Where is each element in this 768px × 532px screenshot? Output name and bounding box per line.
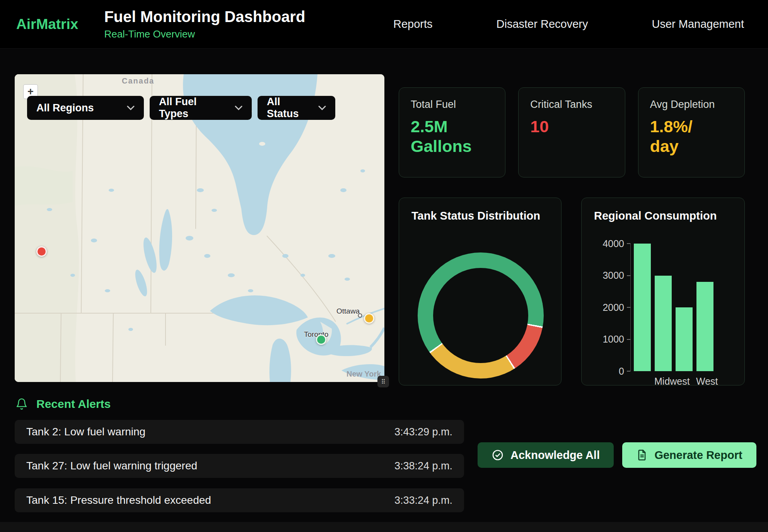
stat-label: Critical Tanks [530,99,613,111]
map-filter-bar: All Regions All Fuel Types All Status [27,96,335,120]
stat-value: 1.8%/ day [650,117,733,156]
tank-status-donut-chart [418,252,544,379]
stats-row: Total Fuel 2.5M Gallons Critical Tanks 1… [399,87,745,177]
stat-card-critical-tanks: Critical Tanks 10 [518,87,625,177]
stat-card-total-fuel: Total Fuel 2.5M Gallons [399,87,505,177]
map-marker-normal[interactable] [316,334,326,345]
bar-x-label: Midwest [654,376,671,387]
chevron-down-icon [235,106,242,110]
recent-alerts-header: Recent Alerts [15,397,111,411]
alert-timestamp: 3:33:24 p.m. [394,494,452,506]
app-header: AirMatrix Fuel Monitoring Dashboard Real… [0,0,768,49]
bar-chart-plot: MidwestWest [630,244,719,387]
donut-chart-title: Tank Status Distribution [411,210,549,222]
status-filter-value: All Status [267,96,311,120]
bar-chart-bars [630,244,719,371]
alert-message: Tank 15: Pressure threshold exceeded [26,494,211,506]
bar-x-label [675,376,692,387]
map-drag-handle-icon[interactable]: ⠿ [377,376,389,387]
bar-col-1 [634,244,651,371]
acknowledge-all-button[interactable]: Acknowledge All [478,442,614,468]
alert-message: Tank 27: Low fuel warning triggered [26,460,197,472]
recent-alerts-title: Recent Alerts [36,397,111,411]
stat-value: 2.5M Gallons [411,117,493,156]
region-filter-select[interactable]: All Regions [27,96,144,120]
map-marker-critical[interactable] [36,246,47,257]
region-filter-value: All Regions [36,102,94,114]
page-subtitle: Real-Time Overview [104,28,305,40]
stat-card-avg-depletion: Avg Depletion 1.8%/ day [638,87,745,177]
map-canvas [15,74,384,382]
brand-logo: AirMatrix [16,16,78,32]
alert-message: Tank 2: Low fuel warning [26,426,145,438]
bar-col-3 [676,307,693,371]
alert-row[interactable]: Tank 15: Pressure threshold exceeded 3:3… [15,488,464,512]
map-marker-warning[interactable] [364,313,374,324]
bar-Midwest [655,276,672,372]
regional-consumption-card: Regional Consumption 40003000200010000 M… [581,198,745,385]
status-filter-select[interactable]: All Status [258,96,335,120]
bar-chart-title: Regional Consumption [594,210,732,222]
fuel-type-filter-select[interactable]: All Fuel Types [150,96,252,120]
chevron-down-icon [127,106,135,110]
bar-x-label [633,376,650,387]
tank-status-card: Tank Status Distribution [399,198,561,385]
title-block: Fuel Monitoring Dashboard Real-Time Over… [104,8,305,40]
nav-reports[interactable]: Reports [393,18,433,31]
bell-icon [15,398,28,410]
main-nav: Reports Disaster Recovery User Managemen… [393,18,752,31]
acknowledge-all-label: Acknowledge All [510,449,600,462]
alert-timestamp: 3:38:24 p.m. [394,460,452,472]
alert-row[interactable]: Tank 27: Low fuel warning triggered 3:38… [15,454,464,478]
generate-report-button[interactable]: Generate Report [622,442,756,468]
fuel-type-filter-value: All Fuel Types [159,96,228,120]
stat-label: Avg Depletion [650,99,733,111]
bar-chart-y-axis: 40003000200010000 [595,244,630,371]
page-title: Fuel Monitoring Dashboard [104,8,305,26]
alert-row[interactable]: Tank 2: Low fuel warning 3:43:29 p.m. [15,420,464,444]
chevron-down-icon [318,106,326,110]
nav-disaster-recovery[interactable]: Disaster Recovery [497,18,588,31]
check-circle-icon [492,449,504,461]
document-icon [636,449,648,461]
footer-bar [0,522,768,532]
generate-report-label: Generate Report [654,449,742,462]
bar-chart-x-labels: MidwestWest [630,376,719,387]
stat-value: 10 [530,117,613,136]
fuel-map[interactable]: Canada Ottawa Toronto New York + All Reg… [15,74,384,382]
stat-label: Total Fuel [411,99,493,111]
bar-West [696,282,713,371]
alert-timestamp: 3:43:29 p.m. [394,426,452,438]
nav-user-management[interactable]: User Management [652,18,744,31]
bar-x-label: West [696,376,713,387]
regional-consumption-bar-chart: 40003000200010000 MidwestWest [595,244,719,387]
